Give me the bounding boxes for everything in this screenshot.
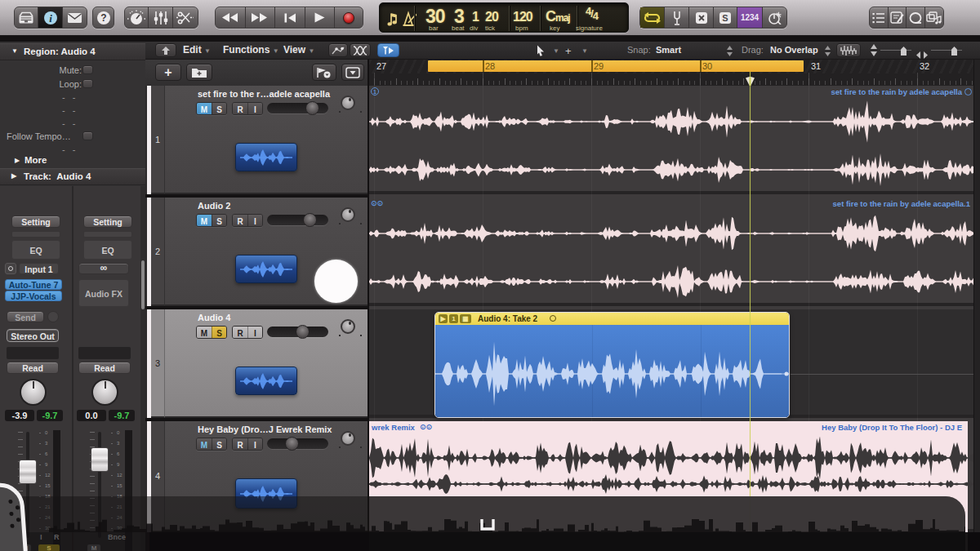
svg-text:?: ? (100, 12, 106, 24)
svg-text:S: S (722, 13, 728, 23)
svg-text:i: i (49, 11, 52, 24)
